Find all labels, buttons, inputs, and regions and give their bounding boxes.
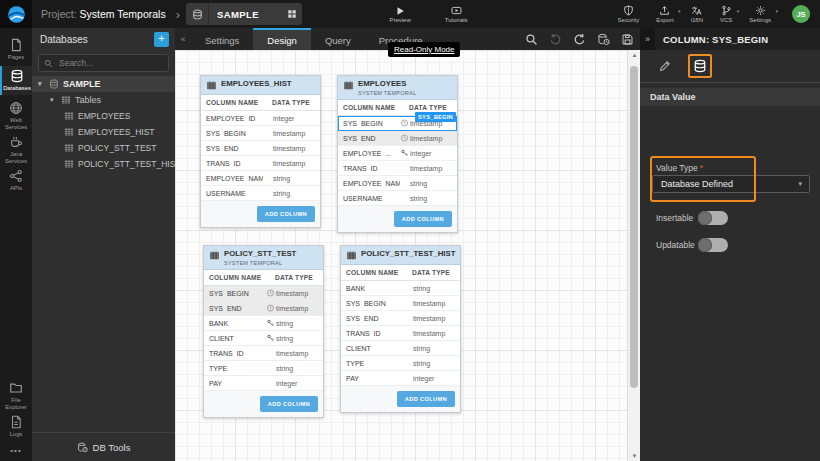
search-input[interactable] — [57, 57, 163, 69]
column-row[interactable]: PAYinteger — [204, 376, 323, 391]
entity-table[interactable]: POLICY_STT_TEST_HISTCOLUMN NAMEDATA TYPE… — [340, 245, 461, 413]
export-button[interactable]: Export ▾ — [656, 5, 673, 23]
entity-table[interactable]: EMPLOYEES_HISTCOLUMN NAMEDATA TYPEEMPLOY… — [200, 75, 321, 228]
save-icon[interactable] — [621, 33, 634, 46]
entity-table-header[interactable]: POLICY_STT_TESTSYSTEM TEMPORAL — [204, 246, 323, 270]
collapse-right-panel-button[interactable]: » — [640, 28, 655, 50]
entity-table[interactable]: POLICY_STT_TESTSYSTEM TEMPORALCOLUMN NAM… — [203, 245, 324, 418]
column-row[interactable]: SYS_BEGINtimestamp — [341, 296, 460, 311]
column-row[interactable]: TRANS_IDtimestamp — [201, 156, 320, 171]
section-header: Data Value — [640, 88, 820, 106]
updatable-toggle[interactable] — [698, 238, 728, 252]
entity-table-header[interactable]: EMPLOYEESSYSTEM TEMPORAL — [338, 76, 457, 100]
tab-data-settings[interactable] — [688, 54, 712, 78]
column-row[interactable]: BANKstring — [341, 281, 460, 296]
add-column-button[interactable]: ADD COLUMN — [260, 396, 318, 412]
sidebar-item-java-services[interactable]: Java Services — [0, 132, 32, 167]
column-row[interactable]: SYS_ENDtimestamp — [341, 311, 460, 326]
insertable-toggle[interactable] — [698, 211, 728, 225]
column-row[interactable]: SYS_BEGINtimestamp — [204, 286, 323, 301]
collapse-left-panel-button[interactable]: « — [175, 28, 191, 50]
breadcrumb-chevron-icon[interactable]: › — [176, 7, 180, 22]
tab-settings[interactable]: Settings — [191, 28, 253, 50]
column-row[interactable]: TRANS_IDtimestamp — [204, 346, 323, 361]
tree-node-tables-folder[interactable]: ▾ Tables — [32, 92, 175, 108]
column-row[interactable]: EMPLOYEE_IDinteger — [201, 111, 320, 126]
column-row[interactable]: TRANS_IDtimestamp — [338, 161, 457, 176]
column-row[interactable]: SYS_ENDtimestamp — [201, 141, 320, 156]
column-row[interactable]: SYS_ENDtimestamp — [204, 301, 323, 316]
column-row[interactable]: SYS_ENDtimestamp — [338, 131, 457, 146]
column-row[interactable]: TYPEstring — [341, 356, 460, 371]
user-avatar[interactable]: JS — [792, 5, 810, 23]
open-app-tab[interactable]: SAMPLE — [186, 3, 302, 25]
column-type: timestamp — [410, 135, 452, 142]
tree-node-table[interactable]: EMPLOYEES_HIST — [32, 124, 175, 140]
column-row[interactable]: SYS_BEGINtimestamp — [201, 126, 320, 141]
vcs-button[interactable]: VCS ▾ — [720, 5, 732, 23]
tree-node-table[interactable]: POLICY_STT_TEST — [32, 140, 175, 156]
column-type: timestamp — [276, 290, 318, 297]
i18n-button[interactable]: i18N — [691, 5, 703, 23]
tab-query[interactable]: Query — [311, 28, 365, 50]
security-button[interactable]: Security — [618, 5, 640, 23]
add-column-button[interactable]: ADD COLUMN — [397, 391, 455, 407]
column-row[interactable]: EMPLOYEE_NAMEstring — [338, 176, 457, 191]
search-box[interactable] — [38, 54, 169, 72]
sidebar-item-file-explorer[interactable]: File Explorer — [0, 378, 32, 413]
branch-icon — [721, 5, 732, 16]
db-tools-button[interactable]: DB Tools — [32, 432, 175, 461]
redo-icon[interactable] — [573, 33, 586, 46]
column-row[interactable]: BANKstring — [204, 316, 323, 331]
tutorials-button[interactable]: Tutorials — [445, 5, 468, 23]
column-row[interactable]: CLIENTstring — [204, 331, 323, 346]
column-row[interactable]: PAYinteger — [341, 371, 460, 386]
search-icon[interactable] — [525, 33, 538, 46]
sidebar-item-databases[interactable]: Databases — [0, 66, 32, 95]
column-type: string — [276, 320, 318, 327]
column-header-row: COLUMN NAMEDATA TYPE — [341, 265, 460, 281]
database-refresh-icon[interactable] — [597, 33, 610, 46]
tree-node-table[interactable]: POLICY_STT_TEST_HIST — [32, 156, 175, 172]
entity-table-footer: ADD COLUMN — [201, 201, 320, 227]
vertical-scrollbar[interactable]: ▲ ▼ — [627, 50, 640, 461]
column-row[interactable]: TRANS_IDtimestamp — [341, 326, 460, 341]
column-row[interactable]: EMPLOYEE_NAMEstring — [201, 171, 320, 186]
scrollbar-thumb[interactable] — [630, 66, 638, 388]
entity-table[interactable]: EMPLOYEESSYSTEM TEMPORALCOLUMN NAMEDATA … — [337, 75, 458, 233]
column-type: timestamp — [276, 305, 318, 312]
design-canvas[interactable]: EMPLOYEES_HISTCOLUMN NAMEDATA TYPEEMPLOY… — [175, 50, 640, 461]
selected-column-badge: SYS_BEGIN — [415, 112, 456, 122]
column-row[interactable]: EMPLOYEE_...integer — [338, 146, 457, 161]
sidebar-item-logs[interactable]: Logs — [0, 412, 32, 441]
more-options-button[interactable]: ••• — [0, 446, 32, 455]
tab-edit-column[interactable] — [654, 55, 676, 77]
add-column-button[interactable]: ADD COLUMN — [394, 211, 452, 227]
tab-design[interactable]: Design — [253, 28, 311, 50]
preview-button[interactable]: Preview — [389, 6, 410, 23]
column-row[interactable]: CLIENTstring — [341, 341, 460, 356]
column-row[interactable]: USERNAMEstring — [338, 191, 457, 206]
undo-icon[interactable] — [549, 33, 562, 46]
tree-node-database[interactable]: ▾ SAMPLE — [32, 76, 175, 92]
tree-node-table[interactable]: EMPLOYEES — [32, 108, 175, 124]
database-icon — [10, 69, 24, 83]
updatable-row: Updatable — [656, 238, 728, 252]
sidebar-item-pages[interactable]: Pages — [0, 35, 32, 64]
entity-table-header[interactable]: POLICY_STT_TEST_HIST — [341, 246, 460, 265]
column-name: SYS_BEGIN — [343, 120, 400, 127]
add-column-button[interactable]: ADD COLUMN — [257, 206, 315, 222]
sidebar-item-apis[interactable]: APIs — [0, 166, 32, 195]
add-database-button[interactable]: + — [154, 32, 169, 47]
column-row[interactable]: TYPEstring — [204, 361, 323, 376]
entity-table-header[interactable]: EMPLOYEES_HIST — [201, 76, 320, 95]
app-logo[interactable] — [0, 0, 32, 28]
column-row[interactable]: USERNAMEstring — [201, 186, 320, 201]
settings-button[interactable]: Settings ▾ — [749, 5, 771, 23]
column-row[interactable]: SYS_BEGINtimestampSYS_BEGIN — [338, 116, 457, 131]
entity-table-title: POLICY_STT_TEST — [224, 249, 296, 258]
chevron-down-icon: ▾ — [798, 180, 809, 188]
value-type-select[interactable]: Database Defined ▾ — [652, 175, 810, 193]
sidebar-item-web-services[interactable]: Web Services — [0, 98, 32, 133]
table-icon — [343, 80, 354, 91]
